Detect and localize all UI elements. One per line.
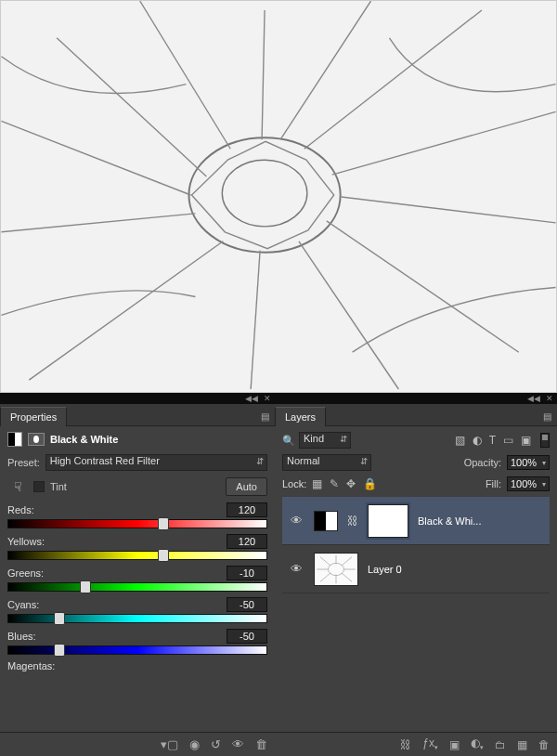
auto-button[interactable]: Auto [226, 477, 267, 496]
link-mask-icon[interactable]: ⛓ [347, 515, 358, 528]
reds-value[interactable]: 120 [227, 502, 267, 517]
reds-label: Reds: [7, 504, 34, 515]
trash-icon[interactable]: 🗑 [538, 738, 550, 751]
add-adjustment-icon[interactable]: ◐▾ [471, 736, 484, 751]
visibility-toggle[interactable]: 👁 [288, 562, 304, 576]
layer-name[interactable]: Black & Whi... [418, 515, 544, 527]
layers-body: 🔍 Kind ▧ ◐ T ▭ ▣ Normal Opacity: 100% Lo… [275, 426, 557, 732]
blues-label: Blues: [7, 631, 36, 642]
panel-tabs: Properties ▤ [0, 404, 275, 426]
greens-label: Greens: [7, 567, 44, 579]
view-previous-icon[interactable]: ◉ [189, 737, 200, 751]
properties-body: Black & White Preset: High Contrast Red … [0, 426, 275, 732]
mask-icon[interactable] [28, 433, 45, 446]
tab-layers[interactable]: Layers [275, 407, 326, 426]
layer-mask-thumb[interactable] [368, 504, 408, 538]
layer-row[interactable]: 👁 ⛓ Black & Whi... [282, 497, 550, 545]
layers-footer: ⛓ ƒx▾ ▣ ◐▾ 🗀 ▦ 🗑 [275, 732, 557, 756]
filter-kind-select[interactable]: Kind [299, 432, 351, 449]
targeted-adjust-icon[interactable]: ☟ [7, 476, 28, 497]
clip-to-layer-icon[interactable]: ▾▢ [161, 737, 178, 751]
lock-position-icon[interactable]: ✥ [346, 477, 356, 490]
opacity-label: Opacity: [464, 457, 501, 468]
close-icon[interactable]: ✕ [546, 394, 553, 403]
fill-input[interactable]: 100% [507, 476, 550, 491]
link-layers-icon[interactable]: ⛓ [400, 738, 411, 751]
layer-thumb[interactable] [314, 553, 358, 586]
greens-slider[interactable] [7, 582, 267, 592]
filter-smart-icon[interactable]: ▣ [521, 434, 531, 447]
tint-label: Tint [50, 481, 67, 492]
properties-footer: ▾▢ ◉ ↺ 👁 🗑 [0, 732, 275, 756]
lock-transparent-icon[interactable]: ▦ [312, 477, 322, 490]
panel-menu-icon[interactable]: ▤ [538, 408, 557, 425]
cyans-value[interactable]: -50 [227, 597, 267, 612]
blues-slider[interactable] [7, 645, 267, 655]
filter-type-icon[interactable]: T [489, 434, 496, 447]
magentas-label: Magentas: [7, 660, 55, 671]
properties-panel: ◀◀ ✕ Properties ▤ Black & White Preset: … [0, 393, 275, 756]
bw-adjustment-icon [7, 432, 22, 447]
blend-mode-select[interactable]: Normal [282, 454, 371, 471]
tab-properties[interactable]: Properties [0, 407, 67, 426]
yellows-label: Yellows: [7, 536, 45, 547]
close-icon[interactable]: ✕ [264, 394, 271, 403]
yellows-slider[interactable] [7, 551, 267, 560]
reds-slider[interactable] [7, 519, 267, 528]
lock-all-icon[interactable]: 🔒 [363, 477, 377, 490]
filter-adjust-icon[interactable]: ◐ [473, 434, 482, 447]
preset-select[interactable]: High Contrast Red Filter [45, 454, 267, 471]
lock-pixels-icon[interactable]: ✎ [330, 477, 339, 490]
reset-icon[interactable]: ↺ [211, 737, 221, 751]
filter-pixel-icon[interactable]: ▧ [455, 434, 465, 447]
visibility-toggle[interactable]: 👁 [288, 514, 304, 528]
visibility-icon[interactable]: 👁 [232, 737, 244, 751]
adjustment-thumb[interactable] [314, 511, 338, 531]
collapse-icon[interactable]: ◀◀ [245, 394, 258, 403]
layers-panel: ◀◀ ✕ Layers ▤ 🔍 Kind ▧ ◐ T ▭ ▣ [275, 393, 557, 756]
filter-toggle[interactable] [540, 433, 550, 448]
panel-topbar: ◀◀ ✕ [0, 393, 275, 404]
fx-icon[interactable]: ƒx▾ [422, 736, 438, 751]
new-layer-icon[interactable]: ▦ [517, 738, 527, 751]
trash-icon[interactable]: 🗑 [255, 737, 267, 751]
cyans-slider[interactable] [7, 614, 267, 623]
new-group-icon[interactable]: 🗀 [495, 738, 506, 751]
panel-menu-icon[interactable]: ▤ [255, 408, 275, 425]
filter-shape-icon[interactable]: ▭ [503, 434, 513, 447]
cyans-label: Cyans: [7, 599, 39, 610]
svg-rect-0 [1, 1, 555, 392]
adjustment-title: Black & White [50, 434, 118, 445]
layer-name[interactable]: Layer 0 [368, 564, 544, 575]
panel-tabs: Layers ▤ [275, 404, 557, 426]
tint-checkbox[interactable] [33, 481, 45, 492]
opacity-input[interactable]: 100% [507, 455, 550, 470]
layer-row[interactable]: 👁 Layer 0 [282, 545, 550, 593]
yellows-value[interactable]: 120 [227, 534, 267, 549]
blues-value[interactable]: -50 [227, 629, 267, 644]
collapse-icon[interactable]: ◀◀ [527, 394, 540, 403]
preset-label: Preset: [7, 457, 40, 468]
lock-label: Lock: [282, 478, 306, 489]
greens-value[interactable]: -10 [227, 566, 267, 580]
fill-label: Fill: [486, 478, 501, 489]
search-icon: 🔍 [282, 435, 295, 447]
canvas-preview [0, 0, 557, 393]
add-mask-icon[interactable]: ▣ [449, 738, 460, 751]
panel-topbar: ◀◀ ✕ [275, 393, 557, 404]
